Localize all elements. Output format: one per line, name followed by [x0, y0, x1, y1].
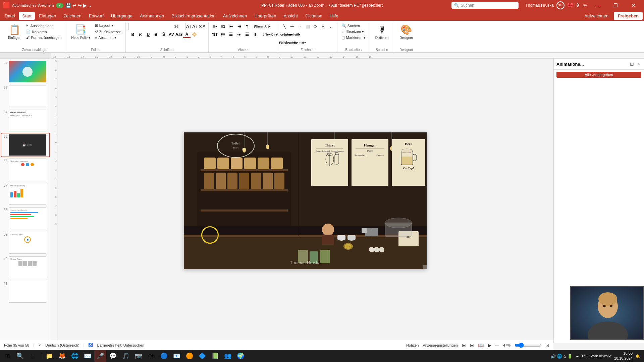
shape-3[interactable]: →: [296, 23, 304, 30]
menu-view[interactable]: Ansicht: [280, 12, 301, 20]
menu-slideshow[interactable]: Bildschirmpräsentation: [168, 12, 219, 20]
edit-icon[interactable]: ✏: [583, 3, 587, 8]
designer-button[interactable]: 🎨 Designer: [397, 23, 416, 41]
ribbon-icon[interactable]: 🎀: [567, 3, 573, 8]
smart-art-btn[interactable]: SmartArt▾: [260, 23, 267, 30]
taskbar-app4[interactable]: 🔷: [196, 350, 208, 362]
notes-button[interactable]: Notizen: [406, 343, 419, 347]
view-normal-icon[interactable]: ⊞: [462, 343, 466, 348]
taskbar-store[interactable]: 🛍: [145, 350, 157, 362]
find-button[interactable]: 🔍 Suchen: [340, 23, 367, 28]
decrease-indent-button[interactable]: ⇤: [227, 23, 235, 30]
menu-record[interactable]: Aufzeichnen: [220, 12, 251, 20]
shapes-more[interactable]: ⌵: [327, 23, 334, 30]
underline-button[interactable]: U: [145, 31, 152, 38]
text-direction-button[interactable]: ⇅T: [211, 31, 219, 38]
share-btn[interactable]: Freigeben: [614, 12, 643, 20]
italic-button[interactable]: K: [137, 31, 144, 38]
display-settings-button[interactable]: Anzeigeeinstellungen: [423, 343, 458, 347]
menu-start[interactable]: Start: [19, 12, 35, 20]
undo-icon[interactable]: ↩: [72, 3, 76, 8]
format-painter-button[interactable]: 🖌 Format übertragen: [24, 35, 63, 40]
system-tray[interactable]: 🔊 🌐 ⌂ 🔋: [550, 354, 573, 359]
minimize-button[interactable]: —: [590, 0, 605, 11]
clear-format-icon[interactable]: ✕A: [198, 24, 205, 29]
effect-button[interactable]: Format▾: [296, 39, 304, 46]
align-center-button[interactable]: ☰: [227, 31, 235, 38]
resize-handle[interactable]: [423, 265, 427, 269]
font-size-input[interactable]: 36: [173, 23, 185, 30]
quick-styles-button[interactable]: Schnellstil▾: [288, 31, 296, 38]
slide-thumb-41[interactable]: 41: [1, 280, 49, 303]
menu-insert[interactable]: Einfügen: [36, 12, 59, 20]
menu-animations[interactable]: Animationen: [137, 12, 167, 20]
notification-area[interactable]: ☁ 10°C Stark bewölkt: [575, 354, 611, 358]
paste-button[interactable]: 📋 Einfügen: [5, 23, 24, 41]
slide-canvas[interactable]: ToBell Bistro: [184, 132, 427, 269]
font-name-input[interactable]: [128, 23, 172, 30]
justify-button[interactable]: ☷: [244, 31, 251, 38]
taskbar-app1[interactable]: 🔵: [158, 350, 170, 362]
record-btn[interactable]: Aufzeichnen: [582, 12, 611, 20]
increase-indent-button[interactable]: ⇥: [235, 23, 243, 30]
shape-6[interactable]: △: [319, 23, 327, 30]
taskbar-app2[interactable]: 📧: [171, 350, 183, 362]
menu-help[interactable]: Hilfe: [326, 12, 342, 20]
taskbar-edge[interactable]: 🌍: [234, 350, 247, 362]
text-highlight-button[interactable]: TextDir▾: [268, 31, 275, 38]
clock[interactable]: 10:00 10.10.2024: [614, 351, 633, 361]
menu-draw[interactable]: Zeichnen: [60, 12, 85, 20]
char-spacing-button[interactable]: AV: [168, 31, 175, 38]
increase-font-icon[interactable]: A↑: [186, 24, 192, 29]
present-icon[interactable]: ▶: [83, 3, 87, 8]
section-button[interactable]: ≡ Abschnitt ▾: [94, 35, 123, 41]
slide-thumb-37[interactable]: 37 Umsatzplanung: [1, 182, 49, 205]
expand-icon[interactable]: ⊡: [629, 61, 635, 67]
taskbar-teams-chat[interactable]: 💬: [107, 350, 119, 362]
zoom-slider[interactable]: [515, 343, 541, 348]
shape-4[interactable]: ⬜: [304, 23, 311, 30]
reset-button[interactable]: ↺ Zurücksetzen: [94, 29, 123, 35]
copy-button[interactable]: 📄 Kopieren: [24, 29, 63, 35]
slide-thumb-39[interactable]: 39 Seminargruppen... 👤: [1, 231, 49, 254]
menu-file[interactable]: Datei: [1, 12, 18, 20]
fit-slide-icon[interactable]: ⊡: [545, 343, 549, 348]
profile-badge[interactable]: TH: [556, 1, 565, 9]
windows-start-button[interactable]: ⊞: [1, 350, 13, 362]
taskbar-camera[interactable]: 📷: [132, 350, 145, 362]
new-slide-button[interactable]: 📑 Neue Folie ▾: [69, 23, 93, 41]
slide-thumb-36[interactable]: 36 Spielplan Konzept: [1, 158, 49, 181]
search-taskbar-button[interactable]: 🔍: [14, 350, 26, 362]
taskbar-powerpoint[interactable]: 🎤: [94, 350, 106, 362]
slide-thumb-34[interactable]: 34 Gefühlsrollen Aufführung Basisversion: [1, 109, 49, 132]
menu-dictation[interactable]: Dictation: [302, 12, 326, 20]
align-left-button[interactable]: ⬱: [219, 31, 227, 38]
slide-thumb-33[interactable]: 33: [1, 84, 49, 108]
select-button[interactable]: ⬚ Markieren ▾: [340, 35, 367, 41]
menu-design[interactable]: Entwurf: [86, 12, 107, 20]
task-view-button[interactable]: ⬚: [27, 350, 39, 362]
close-button[interactable]: ✕: [626, 0, 641, 11]
strikethrough-button[interactable]: S: [152, 31, 160, 38]
rtl-button[interactable]: ↰: [244, 23, 251, 30]
taskbar-media[interactable]: 🎵: [120, 350, 132, 362]
microphone-icon[interactable]: 🎙: [576, 3, 580, 8]
dictate-button[interactable]: 🎙 Diktieren: [373, 23, 391, 41]
decrease-font-icon[interactable]: A↓: [192, 24, 198, 29]
menu-transitions[interactable]: Übergange: [108, 12, 136, 20]
taskbar-outlook[interactable]: ✉️: [82, 350, 94, 362]
save-icon[interactable]: 💾: [65, 3, 71, 8]
align-right-button[interactable]: ⬰: [235, 31, 243, 38]
restore-button[interactable]: ❐: [608, 0, 623, 11]
bold-button[interactable]: B: [129, 31, 137, 38]
bullet-list-button[interactable]: ≡•: [211, 23, 219, 30]
play-all-button[interactable]: Alle wiedergeben: [556, 72, 641, 78]
autosave-toggle[interactable]: ●: [56, 3, 63, 8]
shape-1[interactable]: ╲: [281, 23, 288, 30]
replace-button[interactable]: ↔ Ersetzen ▾: [340, 29, 367, 35]
more-icon[interactable]: ⌄: [88, 3, 92, 8]
taskbar-firefox[interactable]: 🦊: [56, 350, 68, 362]
shape-5[interactable]: ⬭: [312, 23, 319, 30]
view-slide-sorter-icon[interactable]: ⊟: [470, 343, 474, 348]
accessibility-status[interactable]: Barrierefreiheit: Untersuchen: [97, 343, 144, 347]
